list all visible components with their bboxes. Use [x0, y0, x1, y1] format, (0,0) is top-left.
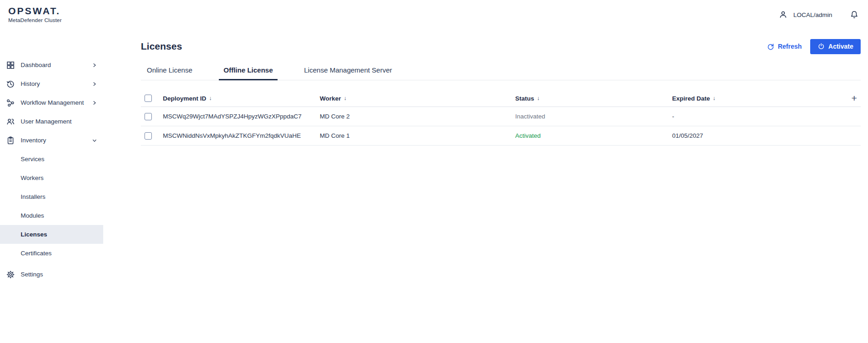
page-header: Licenses Refresh — [141, 39, 861, 54]
sidebar-item-label: Workflow Management — [21, 99, 84, 106]
sidebar-item-label: User Management — [21, 118, 72, 125]
sidebar-subitem-label: Installers — [21, 193, 45, 200]
refresh-icon — [767, 43, 774, 51]
column-label: Status — [515, 95, 534, 102]
cell-status: Activated — [515, 132, 672, 139]
sidebar-item-label: Settings — [21, 271, 43, 278]
page-actions: Refresh Activate — [767, 39, 861, 54]
table-row[interactable]: MSCWNiddNsVxMpkyhAkZTKGFYm2fqdkVUaHE MD … — [141, 126, 861, 146]
column-header-deployment-id[interactable]: Deployment ID ↓ — [163, 95, 320, 102]
sidebar-item-user-management[interactable]: User Management — [0, 112, 103, 131]
table-row[interactable]: MSCWq29Wjct7MAdYSPZJ4HpyzWGzXPppdaC7 MD … — [141, 107, 861, 126]
brand-subtitle: MetaDefender Cluster — [8, 17, 62, 23]
sidebar-item-installers[interactable]: Installers — [0, 187, 103, 206]
notifications-bell-icon[interactable] — [850, 10, 859, 19]
dashboard-grid-icon — [6, 61, 15, 70]
header-plus-cell: + — [845, 94, 861, 103]
licenses-table: Deployment ID ↓ Worker ↓ Status ↓ Expire… — [141, 90, 861, 146]
main-content: Licenses Refresh — [103, 29, 868, 343]
row-checkbox-cell — [141, 132, 163, 140]
sidebar-subitem-label: Workers — [21, 174, 44, 181]
chevron-right-icon — [91, 100, 98, 106]
sort-desc-icon[interactable]: ↓ — [713, 95, 716, 101]
top-header: OPSWAT. MetaDefender Cluster LOCAL/admin — [0, 0, 868, 29]
row-checkbox[interactable] — [145, 113, 152, 120]
refresh-button[interactable]: Refresh — [767, 43, 801, 51]
cell-expired-date: 01/05/2027 — [672, 132, 845, 139]
add-column-icon[interactable]: + — [851, 94, 857, 103]
sidebar-subitem-label: Services — [21, 156, 45, 163]
chevron-right-icon — [91, 62, 98, 68]
column-header-expired-date[interactable]: Expired Date ↓ — [672, 95, 845, 102]
tab-online-license[interactable]: Online License — [142, 66, 197, 80]
column-label: Deployment ID — [163, 95, 206, 102]
gear-icon — [6, 270, 15, 279]
activate-label: Activate — [829, 43, 853, 50]
column-label: Worker — [320, 95, 341, 102]
power-icon — [818, 43, 825, 50]
cell-deployment-id: MSCWq29Wjct7MAdYSPZJ4HpyzWGzXPppdaC7 — [163, 113, 320, 120]
sidebar: Dashboard History — [0, 29, 103, 343]
column-header-worker[interactable]: Worker ↓ — [320, 95, 515, 102]
sort-desc-icon[interactable]: ↓ — [209, 95, 212, 101]
chevron-down-icon — [91, 137, 98, 144]
sidebar-item-inventory[interactable]: Inventory — [0, 131, 103, 150]
sidebar-item-licenses[interactable]: Licenses — [0, 225, 103, 244]
cell-expired-date: - — [672, 113, 845, 120]
cell-deployment-id: MSCWNiddNsVxMpkyhAkZTKGFYm2fqdkVUaHE — [163, 132, 320, 139]
sort-desc-icon[interactable]: ↓ — [344, 95, 346, 101]
row-checkbox-cell — [141, 113, 163, 120]
sidebar-item-label: Dashboard — [21, 62, 51, 68]
username-label[interactable]: LOCAL/admin — [793, 11, 832, 18]
sidebar-subitem-label: Licenses — [21, 231, 47, 238]
chevron-right-icon — [91, 81, 98, 87]
tab-license-management-server[interactable]: License Management Server — [300, 66, 397, 80]
sidebar-item-label: Inventory — [21, 137, 46, 144]
sidebar-item-certificates[interactable]: Certificates — [0, 244, 103, 263]
cell-worker: MD Core 2 — [320, 113, 515, 120]
sidebar-item-workflow-management[interactable]: Workflow Management — [0, 93, 103, 112]
activate-button[interactable]: Activate — [810, 39, 861, 54]
sidebar-item-workers[interactable]: Workers — [0, 169, 103, 187]
sidebar-item-label: History — [21, 80, 40, 87]
tab-offline-license[interactable]: Offline License — [219, 66, 278, 80]
column-header-status[interactable]: Status ↓ — [515, 95, 672, 102]
header-checkbox-cell — [141, 95, 163, 102]
workflow-icon — [6, 98, 15, 107]
cell-status: Inactivated — [515, 113, 672, 120]
user-area: LOCAL/admin — [779, 0, 859, 29]
sidebar-subitem-label: Modules — [21, 212, 44, 219]
refresh-label: Refresh — [778, 43, 801, 50]
page-title: Licenses — [141, 41, 182, 52]
sidebar-item-services[interactable]: Services — [0, 150, 103, 169]
table-header-row: Deployment ID ↓ Worker ↓ Status ↓ Expire… — [141, 90, 861, 107]
user-avatar-icon[interactable] — [779, 10, 788, 19]
row-checkbox[interactable] — [145, 132, 152, 140]
sidebar-item-history[interactable]: History — [0, 74, 103, 93]
sidebar-item-dashboard[interactable]: Dashboard — [0, 56, 103, 74]
sort-desc-icon[interactable]: ↓ — [537, 95, 540, 101]
app-window: OPSWAT. MetaDefender Cluster LOCAL/admin — [0, 0, 868, 343]
brand-logo[interactable]: OPSWAT. MetaDefender Cluster — [8, 6, 62, 23]
license-tabs: Online License Offline License License M… — [141, 66, 861, 80]
sidebar-item-modules[interactable]: Modules — [0, 206, 103, 225]
sidebar-subitem-label: Certificates — [21, 250, 52, 257]
brand-logo-text: OPSWAT. — [8, 6, 62, 17]
select-all-checkbox[interactable] — [145, 95, 152, 102]
sidebar-item-settings[interactable]: Settings — [0, 265, 103, 284]
users-icon — [6, 117, 15, 126]
inventory-clipboard-icon — [6, 136, 15, 145]
history-icon — [6, 79, 15, 89]
column-label: Expired Date — [672, 95, 710, 102]
cell-worker: MD Core 1 — [320, 132, 515, 139]
